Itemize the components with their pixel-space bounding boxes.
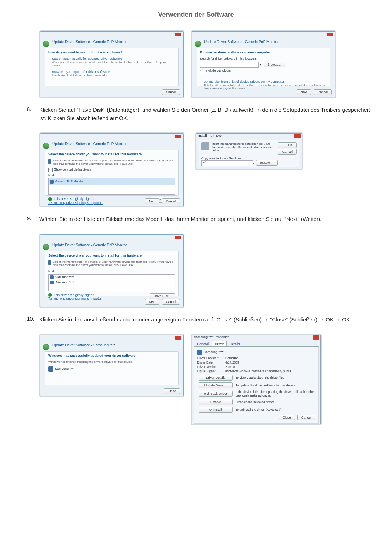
dialog-properties: Samsung **** Properties General Driver D… [191, 334, 322, 425]
model-list[interactable]: Samsung **** Samsung **** [48, 274, 175, 291]
close-icon[interactable] [175, 336, 181, 340]
back-icon[interactable] [43, 41, 49, 47]
close-icon[interactable] [175, 33, 181, 36]
dialog-heading: Select the device driver you want to ins… [48, 254, 175, 257]
close-icon[interactable] [313, 335, 319, 340]
breadcrumb: Update Driver Software - Generic PnP Mon… [52, 142, 127, 146]
have-disk-button[interactable]: Have Disk... [150, 293, 175, 299]
shield-icon [48, 197, 52, 201]
close-icon[interactable] [327, 33, 333, 36]
breadcrumb: Update Driver Software - Samsung **** [52, 343, 115, 347]
ok-button[interactable]: OK [278, 142, 297, 148]
tab-details[interactable]: Details [226, 341, 243, 346]
dialog-update-success: Update Driver Software - Samsung **** Wi… [39, 334, 184, 397]
close-icon[interactable] [294, 134, 301, 138]
step-text: Klicken Sie auf "Have Disk" (Datenträger… [39, 106, 370, 122]
signing-link[interactable]: Tell me why driver signing is important [48, 201, 103, 205]
step-number: 8. [27, 106, 39, 127]
dialog-search-method: Update Driver Software - Generic PnP Mon… [39, 30, 184, 98]
close-icon[interactable] [175, 236, 181, 239]
dialog-heading: Browse for driver software on your compu… [200, 50, 327, 54]
path-input[interactable]: A:\ [201, 160, 253, 166]
cancel-button[interactable]: Cancel [278, 149, 297, 155]
back-icon[interactable] [43, 244, 49, 250]
signing-link[interactable]: Tell me why driver signing is important [48, 297, 103, 300]
page-divider [22, 432, 370, 432]
dialog-heading: Select the device driver you want to ins… [48, 152, 175, 156]
dialog-title: Install From Disk [198, 134, 222, 138]
monitor-icon [48, 260, 51, 265]
breadcrumb: Update Driver Software - Generic PnP Mon… [52, 243, 127, 247]
dialog-heading: Windows has successfully updated your dr… [48, 354, 175, 357]
option-search-auto[interactable]: Search automatically for updated driver … [52, 57, 175, 67]
cancel-button[interactable]: Cancel [314, 89, 332, 95]
location-input[interactable] [200, 62, 259, 68]
model-list[interactable]: Generic PnP Monitor [48, 178, 175, 195]
close-icon[interactable] [175, 135, 181, 138]
next-button[interactable]: Next [145, 299, 160, 305]
monitor-icon [197, 350, 202, 355]
cancel-button[interactable]: Cancel [162, 89, 180, 95]
dialog-install-from-disk: Install From Disk Insert the manufacture… [195, 132, 303, 170]
title-underline [129, 20, 263, 20]
monitor-icon [48, 159, 51, 164]
monitor-icon [50, 275, 54, 279]
close-button[interactable]: Close [164, 388, 180, 394]
step-number: 10. [27, 316, 39, 329]
browse-button[interactable]: Browse... [256, 160, 278, 166]
include-subfolders-checkbox[interactable] [200, 69, 204, 73]
breadcrumb: Update Driver Software - Generic PnP Mon… [52, 40, 127, 44]
monitor-icon [50, 180, 54, 184]
cancel-button[interactable]: Cancel [297, 415, 315, 420]
cancel-button[interactable]: Cancel [162, 198, 180, 204]
dialog-heading: How do you want to search for driver sof… [48, 50, 175, 54]
search-location-label: Search for driver software in this locat… [200, 57, 327, 61]
shield-icon [48, 293, 52, 297]
next-button[interactable]: Next [297, 89, 311, 95]
copy-from-label: Copy manufacturer's files from: [201, 157, 297, 160]
update-driver-button[interactable]: Update Driver... [199, 382, 233, 388]
back-icon[interactable] [43, 344, 49, 350]
browse-button[interactable]: Browse... [264, 62, 285, 67]
breadcrumb: Update Driver Software - Generic PnP Mon… [204, 40, 278, 44]
rollback-button[interactable]: Roll Back Driver [199, 391, 233, 397]
close-button[interactable]: Close [279, 415, 295, 420]
driver-details-button[interactable]: Driver Details [199, 375, 233, 381]
disable-button[interactable]: Disable [199, 399, 233, 405]
tab-general[interactable]: General [194, 341, 212, 346]
step-number: 9. [27, 215, 39, 229]
model-header: Model [48, 173, 175, 177]
step-text: Wählen Sie in der Liste der Bildschirme … [39, 215, 370, 223]
next-button[interactable]: Next [145, 198, 160, 204]
back-icon[interactable] [195, 41, 201, 47]
option-pick-list[interactable]: Let me pick from a list of device driver… [204, 80, 327, 90]
monitor-icon [50, 281, 54, 284]
option-browse[interactable]: Browse my computer for driver software L… [52, 70, 175, 77]
page-title: Verwenden der Software [22, 11, 370, 19]
back-icon[interactable] [43, 143, 49, 149]
uninstall-button[interactable]: Uninstall [199, 407, 233, 413]
dialog-select-model: Update Driver Software - Generic PnP Mon… [39, 234, 184, 308]
cancel-button[interactable]: Cancel [162, 299, 180, 305]
model-header: Model [48, 270, 175, 273]
step-text: Klicken Sie in den anschießend nacheinan… [39, 316, 370, 324]
dialog-browse-location: Update Driver Software - Generic PnP Mon… [191, 30, 336, 98]
disk-icon [201, 142, 209, 150]
monitor-icon [48, 366, 53, 372]
dialog-select-driver: Update Driver Software - Generic PnP Mon… [39, 132, 184, 207]
tab-driver[interactable]: Driver [212, 341, 227, 346]
dialog-title: Samsung **** Properties [194, 335, 229, 339]
compatible-checkbox[interactable] [48, 168, 53, 172]
